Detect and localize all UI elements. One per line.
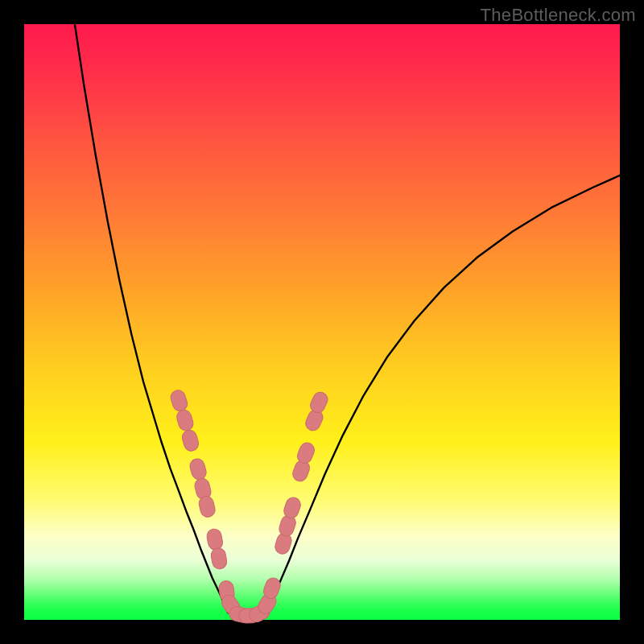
- bottleneck-curve: [75, 24, 620, 617]
- chart-svg: [24, 24, 620, 620]
- curve-marker: [180, 428, 200, 452]
- curve-marker: [188, 457, 208, 481]
- curve-path: [75, 24, 620, 617]
- curve-marker: [175, 408, 195, 432]
- curve-marker: [210, 547, 228, 570]
- chart-frame: TheBottleneck.com: [0, 0, 644, 644]
- curve-marker: [205, 528, 224, 551]
- marker-group: [169, 389, 330, 625]
- watermark-text: TheBottleneck.com: [481, 5, 636, 26]
- curve-marker: [169, 389, 189, 413]
